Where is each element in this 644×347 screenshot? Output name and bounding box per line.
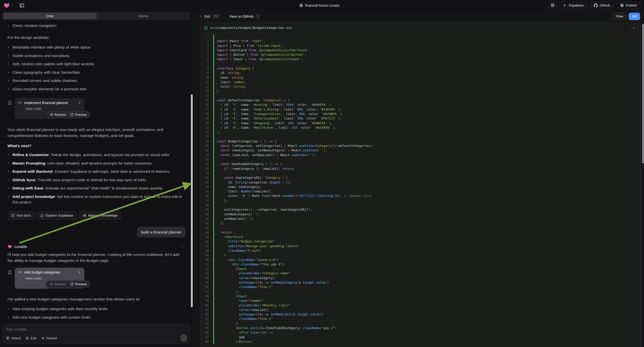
line-number: 50 xyxy=(201,258,209,262)
line-number: 40 xyxy=(201,212,209,216)
code-line: 15⌄const defaultCategories: Category[] =… xyxy=(201,98,641,102)
line-number: 68 xyxy=(201,340,209,344)
chat-panel: Chat History Clean, intuitive navigation… xyxy=(0,11,194,347)
code-line: 47 subtitle="Manage your spending limits… xyxy=(201,244,641,248)
github-label: GitHub xyxy=(600,4,610,7)
line-number: 37 xyxy=(201,199,209,202)
window-scrollbar-thumb[interactable] xyxy=(642,24,644,163)
list-item: Clean typography with clear hierarchies xyxy=(8,70,186,75)
diff-toggle-button[interactable]: Diff xyxy=(628,13,640,20)
visit-docs-button[interactable]: Visit docs xyxy=(8,211,34,220)
restore-button[interactable]: ↺Restore xyxy=(50,113,66,116)
version-card-implement-financial-planner[interactable]: Implement financial planner View code ↺R… xyxy=(15,98,84,119)
tab-history[interactable]: History xyxy=(96,13,190,19)
restore-button-disabled[interactable]: ↺Restore xyxy=(50,282,66,286)
list-item: Glass-morphic elements for a premium fee… xyxy=(8,86,186,92)
tab-chat[interactable]: Chat xyxy=(3,13,96,19)
raw-toggle-button[interactable]: Raw xyxy=(613,13,626,20)
external-link-icon xyxy=(70,282,74,286)
lovable-logo-menu[interactable] xyxy=(4,2,14,9)
collapse-file-button[interactable] xyxy=(630,24,638,32)
version-card-row: Implement financial planner View code ↺R… xyxy=(8,98,186,119)
line-number: 20 xyxy=(201,122,209,125)
send-button[interactable]: ↑ xyxy=(180,334,187,342)
publish-label: Publish xyxy=(626,4,637,7)
model-default-dropdown[interactable]: Default xyxy=(41,336,61,340)
fold-toggle[interactable]: ⌄ xyxy=(209,176,213,180)
code-line: 25 const [categories, setCategories] = R… xyxy=(201,144,641,148)
code-view-header: Exit ESC View on GitHub G Raw Diff xyxy=(194,11,644,22)
fold-toggle[interactable]: ⌄ xyxy=(209,162,213,166)
esc-kbd-badge: ESC xyxy=(212,14,220,18)
line-number: 35 xyxy=(201,190,209,193)
version-card-row: Add budget categories View code ↺Restore… xyxy=(8,268,186,289)
github-button[interactable]: GitHub xyxy=(590,2,614,10)
edit-mode-button[interactable]: Edit xyxy=(26,336,36,340)
message-menu-button[interactable]: ⋯ xyxy=(181,244,186,249)
publish-button[interactable]: Publish xyxy=(616,2,640,10)
code-line: 60 placeholder="Monthly limit" xyxy=(201,303,641,308)
view-code-link[interactable]: View code xyxy=(26,107,82,111)
line-number: 67 xyxy=(201,336,209,339)
gear-icon: ⚙ xyxy=(550,3,555,8)
line-number: 54 xyxy=(201,276,209,280)
code-line: 29⌄ const handleAddCategory = () => { xyxy=(201,162,641,166)
line-number: 22 xyxy=(201,130,209,134)
supabase-label: Supabase xyxy=(568,4,584,7)
code-line: 22]; xyxy=(201,130,641,134)
list-item: Expand with Backend: Connect Supabase to… xyxy=(8,169,186,174)
fold-toggle[interactable]: ⌄ xyxy=(209,98,213,102)
lovable-heart-icon xyxy=(4,2,10,9)
chat-input[interactable]: Ask Lovable... xyxy=(6,327,187,331)
line-number: 48 xyxy=(201,249,209,252)
supabase-button[interactable]: Supabase xyxy=(559,2,588,10)
view-on-github-button[interactable]: View on GitHub G xyxy=(228,14,262,18)
code-line: 8⌄interface Category { xyxy=(201,66,641,71)
code-line: 36 color: '#' + Math.floor(Math.random()… xyxy=(201,194,641,198)
chevron-down-icon xyxy=(342,4,345,7)
line-number: 64 xyxy=(201,322,209,325)
code-line: 13} xyxy=(201,89,641,94)
chat-composer[interactable]: Ask Lovable... Attach Edit Default ↑ xyxy=(2,324,190,344)
line-number: 33 xyxy=(201,181,209,184)
version-title: Add budget categories xyxy=(24,270,76,274)
code-line: 23 xyxy=(201,135,641,139)
manage-knowledge-button[interactable]: Manage knowledge xyxy=(79,211,121,220)
version-toolbar: ↺Restore Preview xyxy=(46,280,90,288)
settings-button[interactable]: ⚙ xyxy=(549,2,556,10)
code-line: 24⌄const BudgetCategories = () => { xyxy=(201,139,641,144)
attach-button[interactable]: Attach xyxy=(6,336,21,340)
preview-button[interactable]: Preview xyxy=(70,113,87,116)
added-paragraph: I've added a new budget categories manag… xyxy=(8,296,186,302)
exit-button[interactable]: Exit ESC xyxy=(198,14,222,18)
chat-scrollbar-thumb[interactable] xyxy=(191,94,193,307)
fold-toggle[interactable]: ⌄ xyxy=(209,139,213,144)
external-link-icon xyxy=(70,113,74,116)
chat-scroll-area[interactable]: Clean, intuitive navigation For the desi… xyxy=(0,21,190,321)
preview-button[interactable]: Preview xyxy=(70,282,87,286)
explore-supabase-button[interactable]: Explore Supabase xyxy=(37,211,77,220)
code-line: 64 /> xyxy=(201,321,641,326)
line-number: 11 xyxy=(201,80,209,84)
view-code-link[interactable]: View code xyxy=(26,276,82,280)
bookmark-icon xyxy=(8,270,12,275)
code-line: 5import { Button } from '@/components/ui… xyxy=(201,52,641,57)
file-plus-icon xyxy=(204,26,208,30)
sliders-icon xyxy=(41,336,45,340)
file-header-row[interactable]: src/components/budget/BudgetCategories.t… xyxy=(201,23,641,33)
project-switcher[interactable]: financial-future-creator xyxy=(299,0,345,11)
list-item: Add project knowledge: Set key context o… xyxy=(8,194,186,205)
version-card-add-budget-categories[interactable]: Add budget categories View code ↺Restore… xyxy=(15,268,84,289)
code-line: 34 name: newCategory, xyxy=(201,185,641,189)
reply-paragraph: I'll help you add budget categories to t… xyxy=(8,252,186,264)
code-line: 33 id: String(categories.length + 1), xyxy=(201,180,641,185)
graduation-cap-icon xyxy=(83,214,86,217)
assistant-header-row: Lovable ⋯ xyxy=(8,244,186,249)
sidebar-toggle-button[interactable] xyxy=(18,2,26,9)
bookmark-icon xyxy=(8,100,12,105)
fold-toggle[interactable]: ⌄ xyxy=(209,66,213,71)
panel-left-icon xyxy=(20,3,24,8)
list-item: Add new budget categories with custom li… xyxy=(8,315,186,320)
code-line: 67 Add xyxy=(201,335,641,340)
line-number: 10 xyxy=(201,76,209,80)
